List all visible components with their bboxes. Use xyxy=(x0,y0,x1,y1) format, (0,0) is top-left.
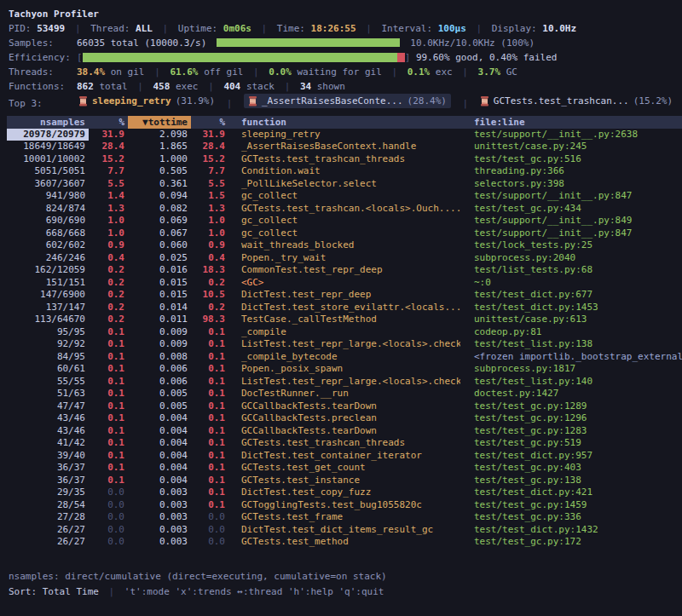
table-row[interactable]: 26/27 0.0 0.003 0.0 GCTests.test_method … xyxy=(7,536,682,549)
table-row[interactable]: 5051/5051 7.7 0.505 7.7 Condition.wait t… xyxy=(7,165,682,178)
table-row[interactable]: 39/40 0.1 0.004 0.1 DictTest.test_contai… xyxy=(7,450,682,463)
cell-function: GCCallbackTests.tearDown xyxy=(228,425,460,438)
time-value: 18:26:55 xyxy=(311,23,356,34)
functions-stack-value: 404 xyxy=(223,81,240,92)
cell-tottime: 0.006 xyxy=(128,363,191,376)
col-header-cumulative-pct[interactable]: % xyxy=(191,116,228,129)
table-row[interactable]: 162/12059 0.2 0.016 18.3 CommonTest.test… xyxy=(7,264,682,277)
table-row[interactable]: 151/151 0.2 0.015 0.2 <GC> ~:0 xyxy=(7,277,682,290)
cell-nsamples: 84/95 xyxy=(7,351,89,364)
cell-file-line: test/lock_tests.py:25 xyxy=(460,239,682,252)
cell-cumulative-pct: 0.1 xyxy=(191,412,228,425)
cell-cumulative-pct: 0.0 xyxy=(191,524,228,537)
cell-file-line: test/test_gc.py:1289 xyxy=(460,400,682,413)
cell-cumulative-pct: 31.9 xyxy=(191,129,228,141)
samples-row: Samples:66035 total (10000.3/s)10.0KHz/1… xyxy=(9,36,682,50)
profile-table: nsamples % ▼tottime % function file:line… xyxy=(7,116,682,549)
cell-direct-pct: 5.5 xyxy=(89,178,128,191)
table-row[interactable]: 113/64670 0.2 0.011 98.3 TestCase._callT… xyxy=(7,314,682,326)
cell-file-line: test/test_dict.py:1453 xyxy=(460,302,682,314)
cell-function: GCTests.test_instance xyxy=(228,475,460,487)
cell-direct-pct: 0.1 xyxy=(89,351,128,364)
cell-cumulative-pct: 0.1 xyxy=(191,338,228,351)
col-header-function[interactable]: function xyxy=(228,116,460,129)
top-function-1[interactable]: sleeping_retry(31.9%) xyxy=(78,94,215,108)
table-row[interactable]: 36/37 0.1 0.004 0.1 GCTests.test_instanc… xyxy=(7,475,682,487)
cell-nsamples: 113/64670 xyxy=(7,314,89,326)
top-functions-bar: Top 3:sleeping_retry(31.9%) | _AssertRai… xyxy=(9,94,682,111)
table-row[interactable]: 147/6900 0.2 0.015 10.5 DictTest.test_re… xyxy=(7,289,682,302)
cell-file-line: doctest.py:1427 xyxy=(460,388,682,400)
table-row[interactable]: 92/92 0.1 0.009 0.1 ListTest.test_repr_l… xyxy=(7,338,682,351)
cell-cumulative-pct: 7.7 xyxy=(191,165,228,178)
cell-file-line: subprocess.py:2040 xyxy=(460,252,682,265)
cell-cumulative-pct: 0.1 xyxy=(191,475,228,487)
table-row[interactable]: 55/55 0.1 0.006 0.1 ListTest.test_repr_l… xyxy=(7,376,682,389)
cell-tottime: 0.003 xyxy=(128,524,191,537)
threads-row: Threads:38.4% on gil | 61.6% off gil | 0… xyxy=(9,65,682,79)
table-row[interactable]: 28/54 0.0 0.003 0.1 GCTogglingTests.test… xyxy=(7,499,682,512)
keybind-bar: Sort: Total Time | 't':mode 'x':trends ↔… xyxy=(9,584,682,600)
cell-function: GCTests.test_frame xyxy=(228,511,460,524)
functions-exec-value: 458 xyxy=(153,81,170,92)
table-row[interactable]: 47/47 0.1 0.005 0.1 GCCallbackTests.tear… xyxy=(7,400,682,413)
cell-file-line: test/test_list.py:138 xyxy=(460,338,682,351)
table-row[interactable]: 51/63 0.1 0.005 0.1 DocTestRunner.__run … xyxy=(7,388,682,400)
table-row[interactable]: 10001/10002 15.2 1.000 15.2 GCTests.test… xyxy=(7,153,682,166)
cell-tottime: 2.098 xyxy=(128,129,191,141)
cell-cumulative-pct: 0.2 xyxy=(191,277,228,290)
cell-nsamples: 36/37 xyxy=(7,462,89,475)
cell-function: wait_threads_blocked xyxy=(228,239,460,252)
table-row[interactable]: 43/46 0.1 0.004 0.1 GCCallbackTests.prec… xyxy=(7,412,682,425)
cell-cumulative-pct: 0.1 xyxy=(191,363,228,376)
on-gil-label: on gil xyxy=(111,66,145,78)
table-row[interactable]: 26/27 0.0 0.003 0.0 DictTest.test_dict_i… xyxy=(7,524,682,537)
top-function-2-name: _AssertRaisesBaseConte... xyxy=(262,94,403,108)
cell-cumulative-pct: 0.2 xyxy=(191,302,228,314)
table-row[interactable]: 36/37 0.1 0.004 0.1 GCTests.test_get_cou… xyxy=(7,462,682,475)
functions-exec-label: exec xyxy=(176,81,199,92)
table-row[interactable]: 41/42 0.1 0.004 0.1 GCTests.test_trashca… xyxy=(7,437,682,450)
cell-nsamples: 162/12059 xyxy=(7,264,89,277)
table-row[interactable]: 246/246 0.4 0.025 0.4 Popen._try_wait su… xyxy=(7,252,682,265)
cell-nsamples: 690/690 xyxy=(7,215,89,227)
table-row[interactable]: 27/28 0.0 0.003 0.0 GCTests.test_frame t… xyxy=(7,511,682,524)
table-row[interactable]: 824/874 1.3 0.082 1.3 GCTests.test_trash… xyxy=(7,203,682,216)
table-row[interactable]: 137/147 0.2 0.014 0.2 DictTest.test_stor… xyxy=(7,302,682,314)
divider: | xyxy=(285,81,291,92)
table-row[interactable]: 29/35 0.0 0.003 0.1 DictTest.test_copy_f… xyxy=(7,486,682,499)
samples-rate: 10.0KHz/10.0KHz (100%) xyxy=(410,37,535,49)
exc-value: 0.1% xyxy=(407,66,431,78)
table-row[interactable]: 690/690 1.0 0.069 1.0 gc_collect test/su… xyxy=(7,215,682,227)
cell-cumulative-pct: 0.1 xyxy=(191,400,228,413)
table-row[interactable]: 941/980 1.4 0.094 1.5 gc_collect test/su… xyxy=(7,190,682,203)
pid-value: 53499 xyxy=(37,23,65,34)
table-row[interactable]: 84/95 0.1 0.008 0.1 _compile_bytecode <f… xyxy=(7,351,682,364)
table-row[interactable]: 602/602 0.9 0.060 0.9 wait_threads_block… xyxy=(7,239,682,252)
table-row[interactable]: 20978/20979 31.9 2.098 31.9 sleeping_ret… xyxy=(7,129,682,141)
cell-file-line: <frozen importlib._bootstrap_external xyxy=(460,351,682,364)
table-row[interactable]: 43/46 0.1 0.004 0.1 GCCallbackTests.tear… xyxy=(7,425,682,438)
exc-label: exc xyxy=(436,66,453,78)
cell-cumulative-pct: 0.1 xyxy=(191,376,228,389)
tachyon-profiler-screen: Tachyon Profiler PID: 53499 | Thread: AL… xyxy=(0,0,682,616)
top-function-2[interactable]: _AssertRaisesBaseConte...(28.4%) xyxy=(244,94,451,108)
efficiency-row: Efficiency:[] 99.60% good, 0.40% failed xyxy=(9,50,682,65)
table-row[interactable]: 668/668 1.0 0.067 1.0 gc_collect test/su… xyxy=(7,227,682,240)
thread-selector-value[interactable]: ALL xyxy=(136,23,153,34)
table-row[interactable]: 60/61 0.1 0.006 0.1 Popen._posix_spawn s… xyxy=(7,363,682,376)
col-header-tottime-sorted[interactable]: ▼tottime xyxy=(128,116,191,129)
table-row[interactable]: 18649/18649 28.4 1.865 28.4 _AssertRaise… xyxy=(7,141,682,153)
col-header-file-line[interactable]: file:line xyxy=(460,116,682,129)
col-header-direct-pct[interactable]: % xyxy=(89,116,128,129)
col-header-nsamples[interactable]: nsamples xyxy=(7,116,89,129)
cell-file-line: test/test_gc.py:1296 xyxy=(460,412,682,425)
cell-cumulative-pct: 5.5 xyxy=(191,178,228,191)
cell-direct-pct: 0.0 xyxy=(89,486,128,499)
table-row[interactable]: 3607/3607 5.5 0.361 5.5 _PollLikeSelecto… xyxy=(7,178,682,191)
table-row[interactable]: 95/95 0.1 0.009 0.1 _compile codeop.py:8… xyxy=(7,326,682,339)
cell-file-line: codeop.py:81 xyxy=(460,326,682,339)
top-function-3[interactable]: GCTests.test_trashcan...(15.2%) xyxy=(480,94,673,108)
cell-function: CommonTest.test_repr_deep xyxy=(228,264,460,277)
cell-tottime: 0.014 xyxy=(128,302,191,314)
